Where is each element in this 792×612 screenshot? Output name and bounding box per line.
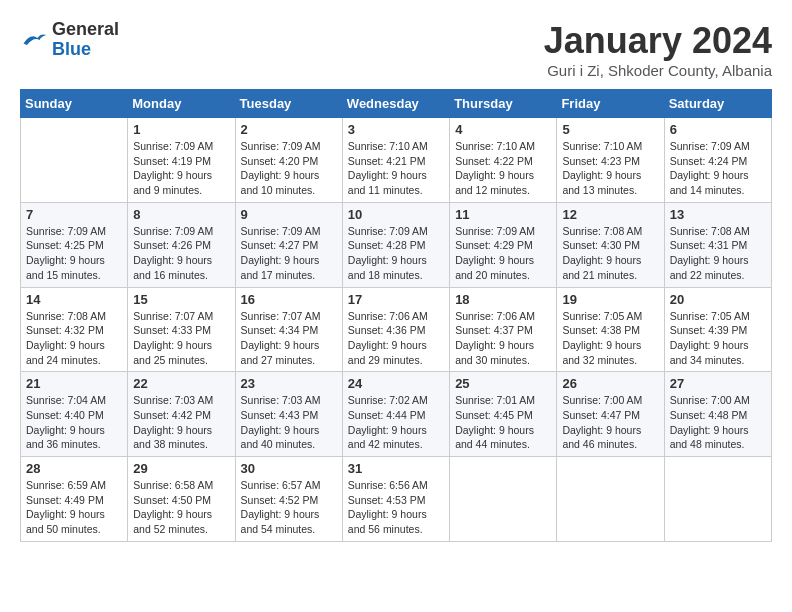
daylight-text: Daylight: 9 hours and 34 minutes. (670, 339, 749, 366)
sunset-text: Sunset: 4:37 PM (455, 324, 533, 336)
day-number: 4 (455, 122, 551, 137)
day-number: 14 (26, 292, 122, 307)
day-number: 16 (241, 292, 337, 307)
daylight-text: Daylight: 9 hours and 9 minutes. (133, 169, 212, 196)
day-number: 12 (562, 207, 658, 222)
sunset-text: Sunset: 4:47 PM (562, 409, 640, 421)
day-info: Sunrise: 7:00 AM Sunset: 4:48 PM Dayligh… (670, 393, 766, 452)
calendar-cell: 25 Sunrise: 7:01 AM Sunset: 4:45 PM Dayl… (450, 372, 557, 457)
sunset-text: Sunset: 4:45 PM (455, 409, 533, 421)
calendar-cell: 27 Sunrise: 7:00 AM Sunset: 4:48 PM Dayl… (664, 372, 771, 457)
sunrise-text: Sunrise: 7:03 AM (133, 394, 213, 406)
calendar-cell: 12 Sunrise: 7:08 AM Sunset: 4:30 PM Dayl… (557, 202, 664, 287)
daylight-text: Daylight: 9 hours and 52 minutes. (133, 508, 212, 535)
calendar-cell: 13 Sunrise: 7:08 AM Sunset: 4:31 PM Dayl… (664, 202, 771, 287)
daylight-text: Daylight: 9 hours and 30 minutes. (455, 339, 534, 366)
day-info: Sunrise: 7:09 AM Sunset: 4:26 PM Dayligh… (133, 224, 229, 283)
sunrise-text: Sunrise: 7:03 AM (241, 394, 321, 406)
calendar-cell (557, 457, 664, 542)
sunrise-text: Sunrise: 6:58 AM (133, 479, 213, 491)
sunrise-text: Sunrise: 7:08 AM (562, 225, 642, 237)
daylight-text: Daylight: 9 hours and 29 minutes. (348, 339, 427, 366)
calendar-cell: 5 Sunrise: 7:10 AM Sunset: 4:23 PM Dayli… (557, 118, 664, 203)
day-info: Sunrise: 7:09 AM Sunset: 4:27 PM Dayligh… (241, 224, 337, 283)
day-info: Sunrise: 7:01 AM Sunset: 4:45 PM Dayligh… (455, 393, 551, 452)
day-number: 9 (241, 207, 337, 222)
daylight-text: Daylight: 9 hours and 10 minutes. (241, 169, 320, 196)
day-info: Sunrise: 7:10 AM Sunset: 4:22 PM Dayligh… (455, 139, 551, 198)
day-number: 29 (133, 461, 229, 476)
day-info: Sunrise: 7:03 AM Sunset: 4:43 PM Dayligh… (241, 393, 337, 452)
sunset-text: Sunset: 4:53 PM (348, 494, 426, 506)
sunset-text: Sunset: 4:50 PM (133, 494, 211, 506)
calendar-cell: 1 Sunrise: 7:09 AM Sunset: 4:19 PM Dayli… (128, 118, 235, 203)
daylight-text: Daylight: 9 hours and 48 minutes. (670, 424, 749, 451)
calendar-cell: 16 Sunrise: 7:07 AM Sunset: 4:34 PM Dayl… (235, 287, 342, 372)
day-number: 7 (26, 207, 122, 222)
day-number: 15 (133, 292, 229, 307)
sunrise-text: Sunrise: 7:07 AM (133, 310, 213, 322)
day-number: 27 (670, 376, 766, 391)
sunrise-text: Sunrise: 7:06 AM (455, 310, 535, 322)
day-info: Sunrise: 7:08 AM Sunset: 4:31 PM Dayligh… (670, 224, 766, 283)
sunset-text: Sunset: 4:19 PM (133, 155, 211, 167)
day-number: 2 (241, 122, 337, 137)
sunrise-text: Sunrise: 7:08 AM (26, 310, 106, 322)
calendar-cell: 20 Sunrise: 7:05 AM Sunset: 4:39 PM Dayl… (664, 287, 771, 372)
daylight-text: Daylight: 9 hours and 38 minutes. (133, 424, 212, 451)
sunset-text: Sunset: 4:38 PM (562, 324, 640, 336)
day-number: 26 (562, 376, 658, 391)
sunrise-text: Sunrise: 7:00 AM (562, 394, 642, 406)
day-number: 1 (133, 122, 229, 137)
day-number: 5 (562, 122, 658, 137)
weekday-header: Saturday (664, 90, 771, 118)
day-info: Sunrise: 7:09 AM Sunset: 4:28 PM Dayligh… (348, 224, 444, 283)
sunrise-text: Sunrise: 7:09 AM (455, 225, 535, 237)
day-info: Sunrise: 7:09 AM Sunset: 4:25 PM Dayligh… (26, 224, 122, 283)
calendar-cell: 17 Sunrise: 7:06 AM Sunset: 4:36 PM Dayl… (342, 287, 449, 372)
day-info: Sunrise: 7:09 AM Sunset: 4:29 PM Dayligh… (455, 224, 551, 283)
sunset-text: Sunset: 4:48 PM (670, 409, 748, 421)
day-number: 18 (455, 292, 551, 307)
sunset-text: Sunset: 4:33 PM (133, 324, 211, 336)
sunset-text: Sunset: 4:40 PM (26, 409, 104, 421)
day-number: 20 (670, 292, 766, 307)
day-info: Sunrise: 6:56 AM Sunset: 4:53 PM Dayligh… (348, 478, 444, 537)
day-info: Sunrise: 7:06 AM Sunset: 4:36 PM Dayligh… (348, 309, 444, 368)
day-info: Sunrise: 7:09 AM Sunset: 4:24 PM Dayligh… (670, 139, 766, 198)
day-info: Sunrise: 6:59 AM Sunset: 4:49 PM Dayligh… (26, 478, 122, 537)
day-info: Sunrise: 7:07 AM Sunset: 4:33 PM Dayligh… (133, 309, 229, 368)
calendar-cell: 15 Sunrise: 7:07 AM Sunset: 4:33 PM Dayl… (128, 287, 235, 372)
day-number: 13 (670, 207, 766, 222)
sunrise-text: Sunrise: 7:09 AM (241, 225, 321, 237)
month-title: January 2024 (544, 20, 772, 62)
logo-bird-icon (20, 29, 48, 51)
sunrise-text: Sunrise: 7:09 AM (133, 225, 213, 237)
daylight-text: Daylight: 9 hours and 27 minutes. (241, 339, 320, 366)
calendar-cell: 21 Sunrise: 7:04 AM Sunset: 4:40 PM Dayl… (21, 372, 128, 457)
calendar-table: SundayMondayTuesdayWednesdayThursdayFrid… (20, 89, 772, 542)
day-info: Sunrise: 7:08 AM Sunset: 4:30 PM Dayligh… (562, 224, 658, 283)
sunset-text: Sunset: 4:42 PM (133, 409, 211, 421)
day-info: Sunrise: 7:05 AM Sunset: 4:39 PM Dayligh… (670, 309, 766, 368)
sunset-text: Sunset: 4:21 PM (348, 155, 426, 167)
calendar-cell: 2 Sunrise: 7:09 AM Sunset: 4:20 PM Dayli… (235, 118, 342, 203)
weekday-header: Monday (128, 90, 235, 118)
day-number: 28 (26, 461, 122, 476)
calendar-cell: 4 Sunrise: 7:10 AM Sunset: 4:22 PM Dayli… (450, 118, 557, 203)
day-number: 24 (348, 376, 444, 391)
sunrise-text: Sunrise: 7:00 AM (670, 394, 750, 406)
day-info: Sunrise: 7:10 AM Sunset: 4:23 PM Dayligh… (562, 139, 658, 198)
day-number: 3 (348, 122, 444, 137)
day-number: 23 (241, 376, 337, 391)
sunset-text: Sunset: 4:49 PM (26, 494, 104, 506)
sunrise-text: Sunrise: 7:05 AM (562, 310, 642, 322)
calendar-cell: 22 Sunrise: 7:03 AM Sunset: 4:42 PM Dayl… (128, 372, 235, 457)
sunset-text: Sunset: 4:25 PM (26, 239, 104, 251)
day-number: 25 (455, 376, 551, 391)
day-number: 6 (670, 122, 766, 137)
sunrise-text: Sunrise: 7:09 AM (133, 140, 213, 152)
sunrise-text: Sunrise: 7:09 AM (26, 225, 106, 237)
weekday-header: Wednesday (342, 90, 449, 118)
day-number: 8 (133, 207, 229, 222)
